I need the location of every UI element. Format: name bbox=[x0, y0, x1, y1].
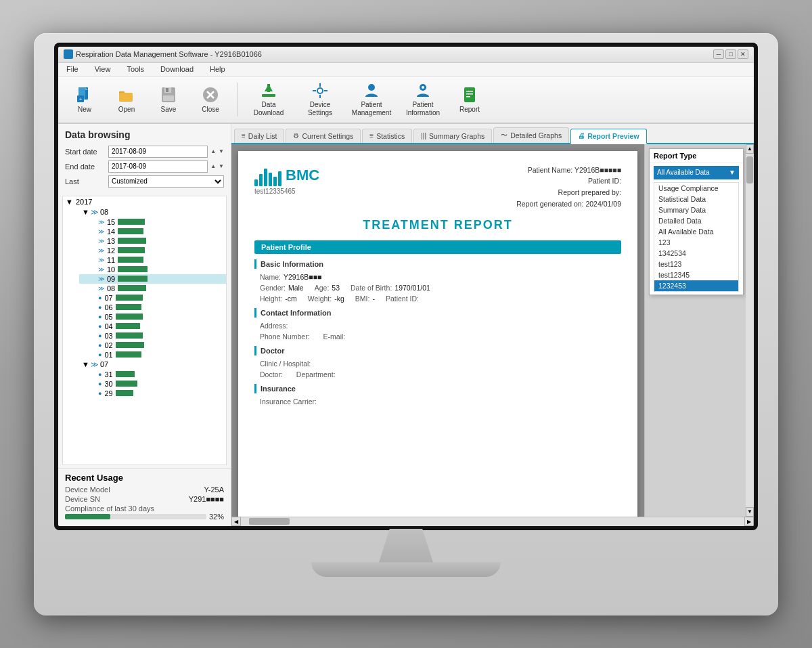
tree-day-31[interactable]: ●31 bbox=[79, 370, 226, 379]
menu-file[interactable]: File bbox=[64, 65, 81, 73]
tree-day-15[interactable]: ≫15 bbox=[79, 217, 226, 227]
open-button[interactable]: Open bbox=[107, 80, 146, 119]
start-date-up[interactable]: ▲ bbox=[210, 148, 216, 154]
option-123[interactable]: 123 bbox=[654, 237, 738, 248]
report-info: Patient Name: Y2916B■■■■■ Patient ID: bbox=[516, 165, 621, 210]
option-test12345[interactable]: test12345 bbox=[654, 269, 738, 280]
tree-year-2017[interactable]: ▼2017 bbox=[63, 196, 226, 207]
tree-day-07[interactable]: ●07 bbox=[79, 293, 226, 303]
tree-day-29[interactable]: ●29 bbox=[79, 389, 226, 398]
monitor-stand-base bbox=[311, 562, 501, 577]
svg-rect-11 bbox=[163, 95, 174, 101]
report-button[interactable]: Report bbox=[450, 80, 489, 119]
tab-daily-list[interactable]: ≡ Daily List bbox=[234, 129, 284, 143]
tab-report-preview[interactable]: 🖨 Report Preview bbox=[570, 129, 646, 144]
option-test123[interactable]: test123 bbox=[654, 259, 738, 269]
start-date-input[interactable] bbox=[108, 146, 208, 158]
contact-bar bbox=[254, 308, 256, 318]
save-button[interactable]: Save bbox=[149, 80, 188, 119]
report-type-select[interactable]: All Available Data ▼ bbox=[654, 166, 739, 179]
end-date-down[interactable]: ▼ bbox=[219, 163, 224, 169]
last-row: Last Customized Last 7 days Last 30 days bbox=[65, 175, 224, 188]
minimize-button[interactable]: ─ bbox=[713, 49, 724, 59]
vertical-scrollbar[interactable]: ▲ ▼ bbox=[746, 144, 754, 517]
tree-day-01[interactable]: ●01 bbox=[79, 350, 226, 360]
tree-day-12[interactable]: ≫12 bbox=[79, 246, 226, 255]
patient-information-icon bbox=[413, 82, 432, 100]
horizontal-scrollbar[interactable]: ◀ ▶ bbox=[231, 517, 754, 526]
compliance-value: 32% bbox=[209, 513, 224, 521]
maximize-button[interactable]: □ bbox=[725, 49, 736, 59]
option-usage-compliance[interactable]: Usage Compliance bbox=[654, 183, 738, 194]
detailed-graphs-icon: 〜 bbox=[501, 131, 508, 140]
tree-day-14[interactable]: ≫14 bbox=[79, 227, 226, 236]
svg-rect-29 bbox=[466, 93, 473, 95]
tree-day-13[interactable]: ≫13 bbox=[79, 236, 226, 246]
tab-statistics[interactable]: ≡ Statistics bbox=[362, 129, 412, 143]
tree-day-09[interactable]: ≫09 bbox=[79, 274, 226, 284]
scroll-left-button[interactable]: ◀ bbox=[231, 517, 241, 526]
end-date-input[interactable] bbox=[108, 160, 208, 173]
tree-day-30[interactable]: ●30 bbox=[79, 379, 226, 389]
patient-id-label: Patient ID: bbox=[588, 177, 621, 185]
option-1232453[interactable]: 1232453 bbox=[654, 280, 738, 291]
tree-day-05[interactable]: ●05 bbox=[79, 312, 226, 322]
contact-grid: Address: Phone Number: bbox=[254, 322, 621, 341]
physical-row: Height: -cm Weight: -kg bbox=[260, 295, 616, 303]
menu-tools[interactable]: Tools bbox=[124, 65, 147, 73]
tree-day-02[interactable]: ●02 bbox=[79, 341, 226, 350]
option-all-available[interactable]: All Available Data bbox=[654, 226, 738, 237]
device-settings-button[interactable]: DeviceSettings bbox=[296, 80, 344, 119]
tab-detailed-graphs[interactable]: 〜 Detailed Graphs bbox=[493, 127, 569, 143]
tab-daily-list-label: Daily List bbox=[248, 132, 277, 140]
basic-info-label: Basic Information bbox=[261, 260, 323, 268]
basic-info-grid: Name: Y2916B■■■ Gender: Ma bbox=[254, 273, 621, 303]
report-type-title: Report Type bbox=[650, 149, 743, 163]
close-x-button[interactable]: Close bbox=[191, 80, 230, 119]
clinic-field: Clinic / Hospital: bbox=[260, 360, 313, 368]
date-tree[interactable]: ▼2017 ▼≫08 ≫15 bbox=[62, 196, 227, 465]
end-date-up[interactable]: ▲ bbox=[210, 163, 216, 169]
menu-view[interactable]: View bbox=[92, 65, 114, 73]
last-select[interactable]: Customized Last 7 days Last 30 days bbox=[108, 175, 224, 188]
scrollbar-thumb[interactable] bbox=[746, 156, 753, 183]
tree-day-08[interactable]: ≫08 bbox=[79, 284, 226, 293]
option-detailed-data[interactable]: Detailed Data bbox=[654, 215, 738, 226]
height-value: -cm bbox=[285, 295, 297, 303]
tree-month-08[interactable]: ▼≫08 bbox=[71, 207, 226, 217]
tab-current-settings[interactable]: ⚙ Current Settings bbox=[286, 129, 361, 143]
patient-management-button[interactable]: PatientManagement bbox=[347, 80, 396, 119]
name-row: Name: Y2916B■■■ bbox=[260, 273, 616, 281]
scroll-down-button[interactable]: ▼ bbox=[746, 507, 754, 517]
scroll-up-button[interactable]: ▲ bbox=[746, 144, 754, 154]
horizontal-scrollbar-thumb[interactable] bbox=[249, 518, 290, 525]
tree-day-06[interactable]: ●06 bbox=[79, 303, 226, 312]
generated-label: Report generated on: bbox=[516, 200, 583, 208]
tree-day-03[interactable]: ●03 bbox=[79, 331, 226, 341]
doctor-label: Doctor bbox=[261, 347, 284, 355]
scroll-right-button[interactable]: ▶ bbox=[744, 517, 754, 526]
contact-label: Contact Information bbox=[261, 309, 332, 317]
tree-month-07[interactable]: ▼≫07 bbox=[71, 360, 226, 370]
tree-day-11[interactable]: ≫11 bbox=[79, 255, 226, 265]
tab-summary-graphs[interactable]: ||| Summary Graphs bbox=[413, 129, 492, 143]
close-button[interactable]: ✕ bbox=[738, 49, 748, 59]
tree-month-08-icon: ≫ bbox=[91, 208, 99, 217]
insurance-bar bbox=[254, 384, 256, 393]
menu-help[interactable]: Help bbox=[207, 65, 228, 73]
report-scroll[interactable]: BMC test12335465 Patient Name: bbox=[231, 144, 644, 517]
menu-download[interactable]: Download bbox=[158, 65, 196, 73]
tree-day-04[interactable]: ●04 bbox=[79, 322, 226, 331]
option-1342534[interactable]: 1342534 bbox=[654, 248, 738, 259]
bmi-field: BMI: - bbox=[355, 295, 375, 303]
new-button[interactable]: + New bbox=[65, 80, 104, 119]
tree-day-10[interactable]: ≫10 bbox=[79, 265, 226, 274]
svg-rect-7 bbox=[119, 93, 133, 101]
report-area: BMC test12335465 Patient Name: bbox=[231, 144, 754, 526]
data-download-button[interactable]: Data Download bbox=[244, 80, 293, 119]
option-summary-data[interactable]: Summary Data bbox=[654, 204, 738, 215]
patient-information-button[interactable]: PatientInformation bbox=[399, 80, 447, 119]
option-statistical-data[interactable]: Statistical Data bbox=[654, 194, 738, 204]
start-date-down[interactable]: ▼ bbox=[219, 148, 224, 154]
tab-report-preview-label: Report Preview bbox=[587, 132, 639, 140]
